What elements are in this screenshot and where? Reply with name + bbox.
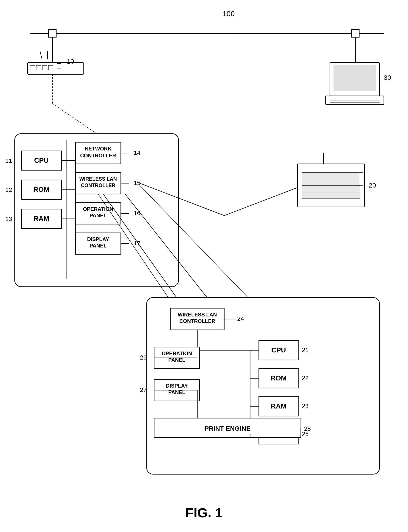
diagram-container: 100 10 30 <box>0 0 408 532</box>
ref-22: 22 <box>302 375 309 381</box>
router-op-panel-label: OPERATION <box>83 206 113 212</box>
printer-op-panel-label: OPERATION <box>162 350 192 356</box>
printer-print-engine-label: PRINT ENGINE <box>204 425 250 432</box>
ref-15: 15 <box>134 180 140 186</box>
router-display-label: DISPLAY <box>87 236 109 242</box>
router-op-panel-label2: PANEL <box>89 213 107 218</box>
router-rom-label: ROM <box>34 186 50 193</box>
ref-14: 14 <box>134 150 140 156</box>
router-wlan-label: WIRELESS LAN <box>79 176 117 182</box>
router-display-label2: PANEL <box>89 243 107 249</box>
printer-wlan-label2: CONTROLLER <box>179 318 215 324</box>
ref-100: 100 <box>222 9 235 18</box>
router-cpu-label: CPU <box>34 157 49 164</box>
ref-16: 16 <box>134 210 140 216</box>
ref-26: 26 <box>140 354 147 361</box>
ref-20: 20 <box>369 182 376 189</box>
ref-27: 27 <box>140 386 147 393</box>
ref-23: 23 <box>302 403 309 409</box>
svg-rect-8 <box>30 65 35 70</box>
svg-rect-1 <box>49 30 56 37</box>
ref-24: 24 <box>237 315 244 322</box>
svg-rect-17 <box>334 65 376 91</box>
printer-wlan-label: WIRELESS LAN <box>178 312 217 317</box>
ref-10: 10 <box>67 58 74 65</box>
router-network-controller-label2: CONTROLLER <box>80 153 116 158</box>
svg-line-53 <box>224 188 298 216</box>
router-network-controller-label: NETWORK <box>85 146 112 151</box>
svg-rect-28 <box>359 173 363 185</box>
svg-rect-2 <box>351 30 359 37</box>
ref-12: 12 <box>5 186 12 193</box>
ref-11: 11 <box>5 157 12 164</box>
svg-line-32 <box>52 103 97 134</box>
figure-label: FIG. 1 <box>186 505 222 520</box>
router-wlan-label2: CONTROLLER <box>81 183 115 188</box>
printer-ram-label: RAM <box>271 402 287 410</box>
svg-rect-10 <box>42 65 47 70</box>
ref-13: 13 <box>5 216 12 222</box>
svg-rect-9 <box>36 65 41 70</box>
svg-line-6 <box>40 51 42 59</box>
ref-28: 28 <box>304 425 311 432</box>
ref-30: 30 <box>384 74 391 81</box>
ref-17: 17 <box>134 240 140 247</box>
svg-rect-11 <box>48 65 53 70</box>
printer-display-label: DISPLAY <box>166 383 188 389</box>
printer-cpu-label: CPU <box>271 346 286 354</box>
router-ram-label: RAM <box>34 215 49 223</box>
ref-21: 21 <box>302 347 309 353</box>
printer-rom-label: ROM <box>271 374 287 382</box>
